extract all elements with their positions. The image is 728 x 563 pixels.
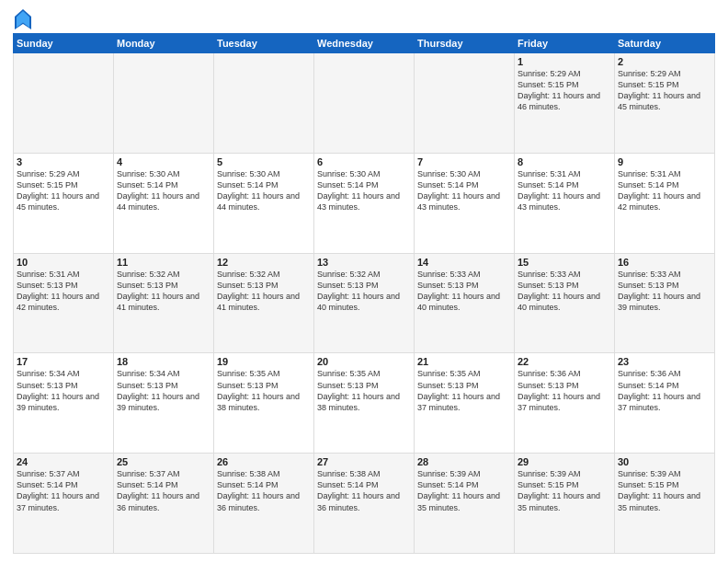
day-number: 14	[417, 257, 511, 268]
week-row-3: 10Sunrise: 5:31 AM Sunset: 5:13 PM Dayli…	[14, 253, 715, 353]
calendar-cell: 27Sunrise: 5:38 AM Sunset: 5:14 PM Dayli…	[314, 454, 415, 554]
weekday-header-friday: Friday	[515, 34, 615, 53]
header	[13, 9, 715, 29]
day-number: 24	[17, 456, 110, 467]
day-number: 17	[17, 356, 110, 367]
calendar-cell: 18Sunrise: 5:34 AM Sunset: 5:13 PM Dayli…	[114, 353, 214, 454]
day-info: Sunrise: 5:30 AM Sunset: 5:14 PM Dayligh…	[117, 168, 210, 213]
day-info: Sunrise: 5:30 AM Sunset: 5:14 PM Dayligh…	[317, 168, 411, 213]
day-info: Sunrise: 5:29 AM Sunset: 5:15 PM Dayligh…	[518, 68, 611, 113]
day-number: 21	[417, 356, 511, 367]
calendar-cell: 19Sunrise: 5:35 AM Sunset: 5:13 PM Dayli…	[214, 353, 314, 454]
calendar-cell: 7Sunrise: 5:30 AM Sunset: 5:14 PM Daylig…	[415, 153, 515, 253]
day-info: Sunrise: 5:39 AM Sunset: 5:15 PM Dayligh…	[618, 468, 711, 513]
day-number: 2	[618, 56, 711, 67]
weekday-header-tuesday: Tuesday	[214, 34, 314, 53]
calendar-cell: 30Sunrise: 5:39 AM Sunset: 5:15 PM Dayli…	[615, 454, 715, 554]
calendar-cell: 15Sunrise: 5:33 AM Sunset: 5:13 PM Dayli…	[515, 253, 615, 353]
calendar-cell: 8Sunrise: 5:31 AM Sunset: 5:14 PM Daylig…	[515, 153, 615, 253]
day-info: Sunrise: 5:35 AM Sunset: 5:13 PM Dayligh…	[217, 368, 311, 413]
day-number: 30	[618, 456, 711, 467]
day-number: 18	[117, 356, 210, 367]
day-info: Sunrise: 5:31 AM Sunset: 5:14 PM Dayligh…	[618, 168, 711, 213]
page: SundayMondayTuesdayWednesdayThursdayFrid…	[0, 0, 728, 563]
day-number: 8	[518, 156, 611, 167]
day-number: 10	[17, 257, 110, 268]
week-row-1: 1Sunrise: 5:29 AM Sunset: 5:15 PM Daylig…	[14, 53, 715, 154]
day-number: 5	[217, 156, 311, 167]
calendar-cell: 4Sunrise: 5:30 AM Sunset: 5:14 PM Daylig…	[114, 153, 214, 253]
logo-icon	[15, 9, 31, 29]
day-info: Sunrise: 5:37 AM Sunset: 5:14 PM Dayligh…	[17, 468, 110, 513]
calendar-cell: 9Sunrise: 5:31 AM Sunset: 5:14 PM Daylig…	[615, 153, 715, 253]
calendar-cell: 23Sunrise: 5:36 AM Sunset: 5:14 PM Dayli…	[615, 353, 715, 454]
calendar-cell: 14Sunrise: 5:33 AM Sunset: 5:13 PM Dayli…	[415, 253, 515, 353]
day-number: 11	[117, 257, 210, 268]
calendar-cell: 3Sunrise: 5:29 AM Sunset: 5:15 PM Daylig…	[14, 153, 114, 253]
day-number: 13	[317, 257, 411, 268]
calendar-cell	[114, 53, 214, 154]
day-info: Sunrise: 5:35 AM Sunset: 5:13 PM Dayligh…	[317, 368, 411, 413]
weekday-header-row: SundayMondayTuesdayWednesdayThursdayFrid…	[14, 34, 715, 53]
day-info: Sunrise: 5:36 AM Sunset: 5:14 PM Dayligh…	[618, 368, 711, 413]
day-info: Sunrise: 5:37 AM Sunset: 5:14 PM Dayligh…	[117, 468, 210, 513]
calendar-cell: 29Sunrise: 5:39 AM Sunset: 5:15 PM Dayli…	[515, 454, 615, 554]
day-info: Sunrise: 5:32 AM Sunset: 5:13 PM Dayligh…	[117, 269, 210, 314]
weekday-header-sunday: Sunday	[14, 34, 114, 53]
weekday-header-thursday: Thursday	[415, 34, 515, 53]
calendar-cell: 10Sunrise: 5:31 AM Sunset: 5:13 PM Dayli…	[14, 253, 114, 353]
calendar-cell: 13Sunrise: 5:32 AM Sunset: 5:13 PM Dayli…	[314, 253, 415, 353]
day-info: Sunrise: 5:31 AM Sunset: 5:14 PM Dayligh…	[518, 168, 611, 213]
calendar-cell: 28Sunrise: 5:39 AM Sunset: 5:14 PM Dayli…	[415, 454, 515, 554]
calendar-cell: 26Sunrise: 5:38 AM Sunset: 5:14 PM Dayli…	[214, 454, 314, 554]
day-number: 6	[317, 156, 411, 167]
day-info: Sunrise: 5:32 AM Sunset: 5:13 PM Dayligh…	[217, 269, 311, 314]
calendar-cell: 1Sunrise: 5:29 AM Sunset: 5:15 PM Daylig…	[515, 53, 615, 154]
weekday-header-saturday: Saturday	[615, 34, 715, 53]
day-number: 19	[217, 356, 311, 367]
day-info: Sunrise: 5:38 AM Sunset: 5:14 PM Dayligh…	[217, 468, 311, 513]
day-number: 22	[518, 356, 611, 367]
calendar-cell: 5Sunrise: 5:30 AM Sunset: 5:14 PM Daylig…	[214, 153, 314, 253]
day-info: Sunrise: 5:31 AM Sunset: 5:13 PM Dayligh…	[17, 269, 110, 314]
calendar-cell: 21Sunrise: 5:35 AM Sunset: 5:13 PM Dayli…	[415, 353, 515, 454]
calendar-table: SundayMondayTuesdayWednesdayThursdayFrid…	[13, 33, 715, 554]
day-info: Sunrise: 5:29 AM Sunset: 5:15 PM Dayligh…	[17, 168, 110, 213]
day-number: 20	[317, 356, 411, 367]
day-info: Sunrise: 5:39 AM Sunset: 5:14 PM Dayligh…	[417, 468, 511, 513]
day-info: Sunrise: 5:29 AM Sunset: 5:15 PM Dayligh…	[618, 68, 711, 113]
day-info: Sunrise: 5:30 AM Sunset: 5:14 PM Dayligh…	[417, 168, 511, 213]
calendar-cell	[415, 53, 515, 154]
day-info: Sunrise: 5:34 AM Sunset: 5:13 PM Dayligh…	[117, 368, 210, 413]
day-info: Sunrise: 5:33 AM Sunset: 5:13 PM Dayligh…	[518, 269, 611, 314]
day-number: 3	[17, 156, 110, 167]
calendar-cell	[314, 53, 415, 154]
day-number: 25	[117, 456, 210, 467]
calendar-cell: 20Sunrise: 5:35 AM Sunset: 5:13 PM Dayli…	[314, 353, 415, 454]
logo	[13, 13, 31, 29]
calendar-cell: 17Sunrise: 5:34 AM Sunset: 5:13 PM Dayli…	[14, 353, 114, 454]
week-row-2: 3Sunrise: 5:29 AM Sunset: 5:15 PM Daylig…	[14, 153, 715, 253]
calendar-cell	[214, 53, 314, 154]
calendar-cell	[14, 53, 114, 154]
day-info: Sunrise: 5:36 AM Sunset: 5:13 PM Dayligh…	[518, 368, 611, 413]
day-number: 29	[518, 456, 611, 467]
day-info: Sunrise: 5:32 AM Sunset: 5:13 PM Dayligh…	[317, 269, 411, 314]
day-number: 12	[217, 257, 311, 268]
day-number: 16	[618, 257, 711, 268]
day-number: 27	[317, 456, 411, 467]
day-number: 23	[618, 356, 711, 367]
day-info: Sunrise: 5:33 AM Sunset: 5:13 PM Dayligh…	[618, 269, 711, 314]
day-number: 15	[518, 257, 611, 268]
day-number: 28	[417, 456, 511, 467]
day-number: 1	[518, 56, 611, 67]
calendar-cell: 12Sunrise: 5:32 AM Sunset: 5:13 PM Dayli…	[214, 253, 314, 353]
weekday-header-wednesday: Wednesday	[314, 34, 415, 53]
day-info: Sunrise: 5:38 AM Sunset: 5:14 PM Dayligh…	[317, 468, 411, 513]
calendar-cell: 16Sunrise: 5:33 AM Sunset: 5:13 PM Dayli…	[615, 253, 715, 353]
day-info: Sunrise: 5:35 AM Sunset: 5:13 PM Dayligh…	[417, 368, 511, 413]
day-info: Sunrise: 5:39 AM Sunset: 5:15 PM Dayligh…	[518, 468, 611, 513]
weekday-header-monday: Monday	[114, 34, 214, 53]
week-row-4: 17Sunrise: 5:34 AM Sunset: 5:13 PM Dayli…	[14, 353, 715, 454]
calendar-cell: 2Sunrise: 5:29 AM Sunset: 5:15 PM Daylig…	[615, 53, 715, 154]
